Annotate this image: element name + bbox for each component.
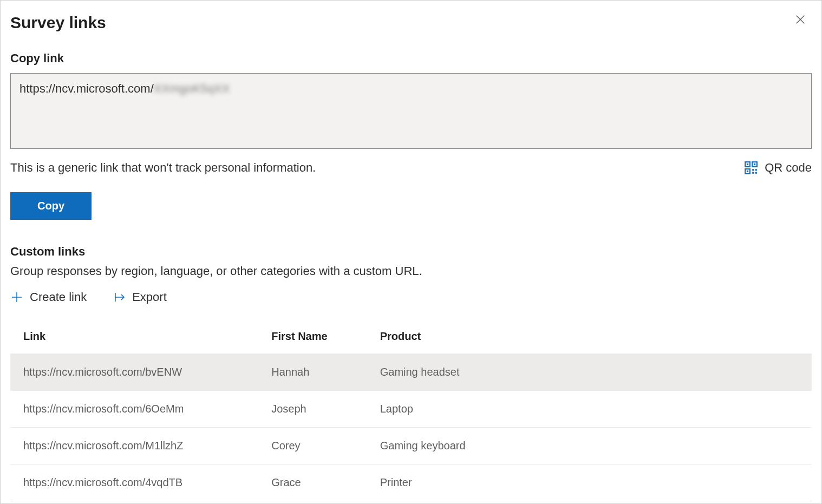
- svg-rect-11: [755, 172, 757, 174]
- qr-code-button[interactable]: QR code: [744, 161, 812, 175]
- create-link-label: Create link: [30, 290, 87, 304]
- link-visible-part: https://ncv.microsoft.com/: [19, 82, 154, 95]
- cell-first-name: Hannah: [271, 366, 380, 378]
- cell-first-name: Corey: [271, 440, 380, 452]
- svg-rect-9: [755, 169, 757, 171]
- custom-links-section: Custom links Group responses by region, …: [10, 245, 812, 501]
- cell-product: Gaming headset: [380, 366, 799, 378]
- svg-rect-7: [747, 171, 748, 172]
- create-link-button[interactable]: Create link: [10, 290, 87, 304]
- column-header-first-name[interactable]: First Name: [271, 330, 380, 343]
- qr-code-icon: [744, 161, 758, 175]
- cell-product: Laptop: [380, 403, 799, 415]
- qr-code-label: QR code: [765, 161, 812, 175]
- cell-link: https://ncv.microsoft.com/6OeMm: [23, 403, 271, 415]
- table-header: Link First Name Product: [10, 319, 812, 354]
- custom-links-title: Custom links: [10, 245, 812, 259]
- cell-first-name: Grace: [271, 476, 380, 489]
- plus-icon: [10, 291, 23, 304]
- copy-button[interactable]: Copy: [10, 192, 92, 220]
- dialog-title: Survey links: [10, 14, 812, 32]
- custom-links-actions: Create link Export: [10, 290, 812, 304]
- generic-note-row: This is a generic link that won't track …: [10, 161, 812, 175]
- cell-product: Gaming keyboard: [380, 440, 799, 452]
- table-row[interactable]: https://ncv.microsoft.com/6OeMmJosephLap…: [10, 391, 812, 428]
- export-label: Export: [132, 290, 167, 304]
- export-icon: [113, 291, 126, 304]
- close-icon: [794, 14, 806, 25]
- copy-link-label: Copy link: [10, 51, 812, 66]
- link-obscured-part: XXmgoK5qXX: [154, 82, 230, 95]
- export-button[interactable]: Export: [113, 290, 167, 304]
- generic-link-note: This is a generic link that won't track …: [10, 161, 316, 175]
- svg-rect-3: [747, 163, 748, 165]
- cell-link: https://ncv.microsoft.com/4vqdTB: [23, 476, 271, 489]
- custom-links-table: Link First Name Product https://ncv.micr…: [10, 319, 812, 501]
- cell-product: Printer: [380, 476, 799, 489]
- close-button[interactable]: [792, 11, 808, 28]
- cell-link: https://ncv.microsoft.com/M1llzhZ: [23, 440, 271, 452]
- custom-links-description: Group responses by region, language, or …: [10, 264, 812, 278]
- table-row[interactable]: https://ncv.microsoft.com/4vqdTBGracePri…: [10, 464, 812, 501]
- svg-rect-10: [752, 172, 754, 174]
- survey-links-dialog: Survey links Copy link https://ncv.micro…: [0, 0, 822, 504]
- table-row[interactable]: https://ncv.microsoft.com/M1llzhZCoreyGa…: [10, 428, 812, 464]
- svg-rect-8: [752, 169, 754, 171]
- cell-first-name: Joseph: [271, 403, 380, 415]
- generic-link-textarea[interactable]: https://ncv.microsoft.com/XXmgoK5qXX: [10, 73, 812, 149]
- column-header-link[interactable]: Link: [23, 330, 271, 343]
- cell-link: https://ncv.microsoft.com/bvENW: [23, 366, 271, 378]
- column-header-product[interactable]: Product: [380, 330, 799, 343]
- table-row[interactable]: https://ncv.microsoft.com/bvENWHannahGam…: [10, 354, 812, 391]
- table-body: https://ncv.microsoft.com/bvENWHannahGam…: [10, 354, 812, 501]
- svg-rect-5: [754, 163, 755, 165]
